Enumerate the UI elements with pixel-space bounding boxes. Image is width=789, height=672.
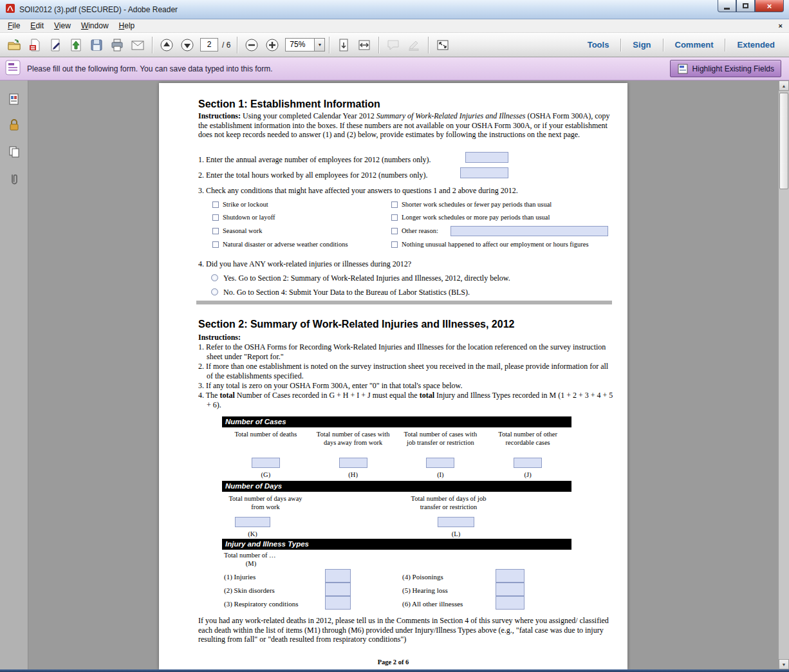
highlighter-icon <box>406 37 422 53</box>
document-area: Section 1: Establishment Information Ins… <box>0 80 789 669</box>
annotate-button[interactable] <box>405 36 423 54</box>
scroll-down-button[interactable]: ▼ <box>779 659 789 669</box>
field-j-input[interactable] <box>514 458 542 468</box>
scrollbar-thumb[interactable] <box>779 93 788 189</box>
email-button[interactable] <box>129 36 147 54</box>
extended-panel-button[interactable]: Extended <box>727 36 785 53</box>
pen-page-icon <box>48 37 63 53</box>
pdf-page: Section 1: Establishment Information Ins… <box>159 83 627 669</box>
field-l-input[interactable] <box>438 517 474 527</box>
fullscreen-button[interactable] <box>434 36 452 54</box>
field-m5-input[interactable] <box>496 583 524 596</box>
highlight-existing-fields-button[interactable]: Highlight Existing Fields <box>670 60 781 77</box>
menu-edit[interactable]: Edit <box>25 20 49 32</box>
toolbar-separator <box>237 37 237 53</box>
scroll-mode-button[interactable] <box>335 36 353 54</box>
total-hours-input[interactable] <box>460 167 508 178</box>
type-label-all-other: (6) All other illnesses <box>402 600 463 608</box>
type-label-hearing-loss: (5) Hearing loss <box>402 586 448 594</box>
checkbox-label: Nothing unusual happened to affect our e… <box>402 241 589 248</box>
type-label-injuries: (1) Injuries <box>224 573 255 581</box>
zoom-level-input[interactable]: 75% <box>285 38 315 51</box>
sign-panel-button[interactable]: Sign <box>622 36 661 53</box>
fit-width-icon <box>357 37 372 53</box>
column-label: Total number of days away from work <box>222 494 309 511</box>
maximize-button[interactable] <box>736 0 755 12</box>
pages-panel-button[interactable] <box>7 145 21 159</box>
close-document-icon[interactable]: × <box>779 22 783 30</box>
checkbox-seasonal-work[interactable] <box>212 228 219 234</box>
open-file-button[interactable] <box>5 36 23 54</box>
field-m1-input[interactable] <box>325 569 351 583</box>
next-page-button[interactable] <box>178 36 196 54</box>
toolbar-separator <box>378 37 379 53</box>
field-h-input[interactable] <box>339 458 367 468</box>
checkbox-nothing-unusual[interactable] <box>391 241 398 248</box>
summary-table: Number of Cases Total number of deaths T… <box>222 416 571 611</box>
attachments-panel-button[interactable] <box>7 173 21 187</box>
checkbox-shorter-schedules[interactable] <box>391 201 398 208</box>
share-upload-button[interactable] <box>67 36 85 54</box>
fill-sign-button[interactable] <box>46 36 64 54</box>
employees-count-input[interactable] <box>465 152 508 163</box>
radio-yes-label: Yes. Go to Section 2: Summary of Work-Re… <box>223 274 510 283</box>
zoom-dropdown-button[interactable]: ▼ <box>315 38 325 51</box>
field-i-input[interactable] <box>426 458 454 468</box>
page-indicator: Page 2 of 6 <box>159 658 627 666</box>
minimize-icon <box>724 8 730 10</box>
page-number-input[interactable]: 2 <box>200 38 218 51</box>
other-reason-input[interactable] <box>450 226 608 236</box>
fit-width-button[interactable] <box>355 36 373 54</box>
checkbox-longer-schedules[interactable] <box>391 214 398 221</box>
notification-message: Please fill out the following form. You … <box>27 64 273 73</box>
field-m4-input[interactable] <box>496 569 524 583</box>
field-g-input[interactable] <box>252 458 280 468</box>
page-count-label: / 6 <box>222 41 230 50</box>
menu-view[interactable]: View <box>49 20 76 32</box>
column-code: (K) <box>235 530 270 537</box>
column-label: Total number of cases with days away fro… <box>315 430 391 447</box>
scroll-up-button[interactable]: ▲ <box>779 80 789 91</box>
checkbox-natural-disaster[interactable] <box>212 241 219 248</box>
close-button[interactable]: × <box>755 0 784 12</box>
pdf-page-icon <box>27 37 42 53</box>
comment-bubble-button[interactable] <box>384 36 402 54</box>
pages-icon <box>7 145 21 159</box>
field-m3-input[interactable] <box>325 596 351 610</box>
types-code: (M) <box>222 560 280 567</box>
radio-no[interactable] <box>211 288 218 295</box>
page-thumbnails-button[interactable] <box>7 92 21 106</box>
checkbox-shutdown-or-layoff[interactable] <box>212 214 219 221</box>
checkbox-label: Seasonal work <box>223 227 263 234</box>
print-button[interactable] <box>108 36 126 54</box>
checkbox-strike-or-lockout[interactable] <box>212 201 219 208</box>
instruction-item: 4. The total Number of Cases recorded in… <box>198 391 617 410</box>
field-m2-input[interactable] <box>325 583 351 596</box>
checkbox-label: Shorter work schedules or fewer pay peri… <box>402 201 552 208</box>
checkbox-other-reason[interactable] <box>391 228 398 234</box>
main-toolbar: 2 / 6 75% ▼ Tools Sign Comment Extended <box>0 33 789 57</box>
radio-yes[interactable] <box>211 274 218 281</box>
menu-window[interactable]: Window <box>76 20 114 32</box>
question4-label: 4. Did you have ANY work-related injurie… <box>198 259 411 269</box>
field-k-input[interactable] <box>235 517 270 527</box>
minimize-button[interactable] <box>718 0 736 12</box>
pdf-convert-button[interactable] <box>26 36 44 54</box>
scroll-down-icon: ▼ <box>782 662 786 667</box>
previous-page-button[interactable] <box>158 36 176 54</box>
save-button[interactable] <box>88 36 106 54</box>
zoom-out-button[interactable] <box>243 36 261 54</box>
tools-panel-button[interactable]: Tools <box>577 36 620 53</box>
upload-arrow-icon <box>68 37 84 53</box>
security-panel-button[interactable] <box>7 118 21 132</box>
menu-help[interactable]: Help <box>114 20 140 32</box>
menu-file[interactable]: File <box>3 20 25 32</box>
field-m6-input[interactable] <box>496 596 524 610</box>
comment-panel-button[interactable]: Comment <box>665 36 724 53</box>
vertical-scrollbar[interactable]: ▲ ▼ <box>778 80 789 669</box>
window-bottom-frame <box>0 669 789 672</box>
column-label: Total number of days of job transfer or … <box>400 494 497 511</box>
zoom-in-button[interactable] <box>263 36 281 54</box>
cases-column-labels: Total number of deaths Total number of c… <box>222 430 571 447</box>
cases-fields <box>222 458 571 468</box>
